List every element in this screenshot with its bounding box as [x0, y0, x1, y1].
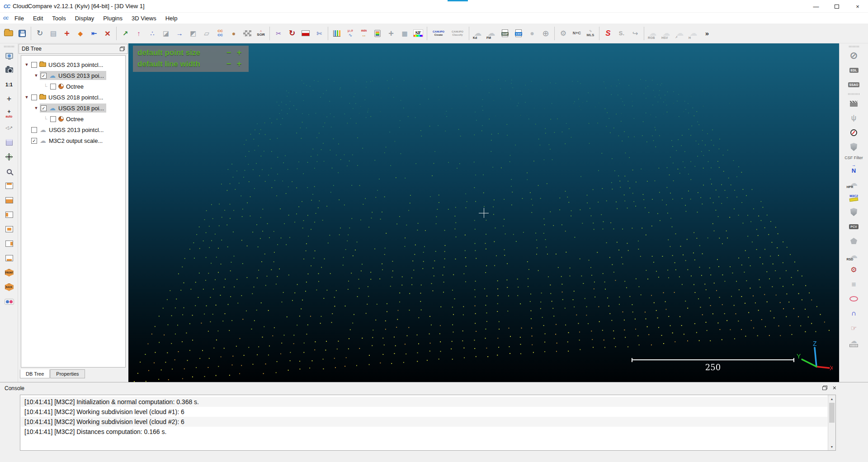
clipping-box-button[interactable]	[299, 26, 312, 41]
visibility-checkbox[interactable]	[50, 84, 56, 90]
properties-list-button[interactable]: ▤	[47, 26, 60, 41]
bubble-view-button[interactable]	[0, 136, 18, 149]
edl-shader-button[interactable]: EDL	[845, 63, 863, 77]
csv-file-button[interactable]: CSV	[512, 26, 525, 41]
save-button[interactable]	[15, 26, 29, 41]
menu-edit[interactable]: Edit	[28, 14, 47, 23]
sf-colorscale-button[interactable]: SF	[411, 26, 425, 41]
gauss-filter-button[interactable]: μ,σ∿	[344, 26, 357, 41]
maximize-button[interactable]	[826, 0, 847, 13]
normals-plugin-button[interactable]: →N	[845, 162, 863, 175]
shp-file-button[interactable]: SHP	[498, 26, 512, 41]
toolbar-overflow-button[interactable]: »	[700, 26, 714, 41]
canupo-shield-button[interactable]	[845, 205, 863, 219]
pcv-plugin-button[interactable]: PCV	[845, 220, 863, 233]
fm-mesh-button[interactable]: ☁FM	[485, 26, 498, 41]
view-back-button[interactable]	[0, 222, 18, 236]
decrease-button[interactable]: −	[223, 59, 234, 69]
pcl-plugin-button[interactable]: ⚙	[845, 263, 863, 277]
hsv-mesh-button[interactable]: ☁HSV	[660, 26, 673, 41]
checkerboard-button[interactable]	[241, 26, 254, 41]
close-console-icon[interactable]: ×	[833, 385, 836, 391]
hpr-plugin-button[interactable]: ☁HPR	[845, 176, 863, 190]
csf-filter-button[interactable]	[845, 140, 863, 154]
clay-sample-button[interactable]: ●	[227, 26, 241, 41]
3d-viewport[interactable]: default point size−+default line width−+…	[128, 43, 839, 382]
increase-button[interactable]: +	[234, 59, 244, 69]
unroll-button[interactable]: ↪	[628, 26, 642, 41]
stereo-mode-button[interactable]	[0, 295, 18, 308]
tree-item[interactable]: ▼USGS 2013 pointcl...	[21, 59, 125, 70]
tree-item[interactable]: ▼USGS 2018 pointcl...	[21, 92, 125, 103]
add-sf-button[interactable]: +	[384, 26, 398, 41]
visibility-checkbox[interactable]	[31, 94, 37, 100]
minimize-button[interactable]: —	[806, 0, 826, 13]
menu-tools[interactable]: Tools	[47, 14, 70, 23]
c2c-distance-button[interactable]: →	[173, 26, 186, 41]
menu-display[interactable]: Display	[71, 14, 99, 23]
m3c2-plugin-button[interactable]: M3C2	[845, 191, 863, 204]
sf-arithmetic-button[interactable]: ▦	[398, 26, 411, 41]
view-front-button[interactable]	[0, 193, 18, 207]
tree-item[interactable]: ☁USGS 2013 pointcl...	[21, 124, 125, 135]
expander-icon[interactable]: ▼	[33, 106, 40, 110]
cc-statistics-button[interactable]: CCCC	[213, 26, 227, 41]
zoom-mode-button[interactable]	[0, 165, 18, 178]
hand-picking-button[interactable]: ☞	[845, 321, 863, 335]
scroll-thumb[interactable]	[829, 403, 835, 423]
ransac-plugin-button[interactable]	[845, 292, 863, 306]
merge-clouds-button[interactable]: +	[60, 26, 74, 41]
close-button[interactable]: ×	[847, 0, 868, 13]
cross-section-button[interactable]: ✄	[312, 26, 326, 41]
mesh-export-button[interactable]: ☁↗	[673, 26, 687, 41]
register-colors-button[interactable]: ◆	[74, 26, 87, 41]
pick-rotation-center-button[interactable]: +	[0, 92, 18, 106]
no-shader-button[interactable]: ⊘	[845, 49, 863, 62]
delete-sf-button[interactable]	[371, 26, 384, 41]
view-top-button[interactable]	[0, 179, 18, 193]
fine-registration-button[interactable]: ↑	[132, 26, 146, 41]
zoom-1-1-button[interactable]: 1:1	[0, 78, 18, 91]
c2m-distance-button[interactable]: ◩	[186, 26, 200, 41]
tree-item[interactable]: ▼✓☁USGS 2013 poi...	[21, 70, 125, 81]
decrease-button[interactable]: −	[223, 48, 234, 57]
tree-item[interactable]: └Octree	[21, 113, 125, 124]
view-right-button[interactable]	[0, 237, 18, 250]
screenshot-button[interactable]	[0, 63, 18, 77]
visibility-checkbox[interactable]: ✓	[41, 73, 47, 79]
console-scrollbar[interactable]: ▲ ▼	[828, 395, 835, 450]
poisson-plugin-button[interactable]	[845, 234, 863, 248]
menu-file[interactable]: File	[10, 14, 28, 23]
visibility-checkbox[interactable]: ✓	[31, 138, 37, 144]
expander-icon[interactable]: ▼	[33, 73, 40, 78]
histogram-button[interactable]	[330, 26, 344, 41]
n-plus-c-button[interactable]: N+C	[570, 26, 584, 41]
open-file-button[interactable]	[2, 26, 15, 41]
rsd-plugin-button[interactable]: ☁RSD	[845, 249, 863, 262]
tree-item[interactable]: ✓☁M3C2 output scale...	[21, 135, 125, 146]
sf-gradient-button[interactable]: min↔	[357, 26, 371, 41]
tree-item[interactable]: └Octree	[21, 81, 125, 92]
mls-button[interactable]: ∿MLS	[584, 26, 597, 41]
sphere-button[interactable]: ●	[525, 26, 539, 41]
subsample-button[interactable]: ◪	[159, 26, 173, 41]
view-bottom-button[interactable]	[0, 251, 18, 265]
display-settings-button[interactable]	[0, 49, 18, 62]
float-panel-icon[interactable]	[120, 47, 125, 51]
align-clouds-button[interactable]: ↗	[118, 26, 132, 41]
s-dots-button[interactable]: S.	[615, 26, 628, 41]
delete-button[interactable]: ×	[101, 26, 114, 41]
h-mesh-button[interactable]: ☁H	[687, 26, 700, 41]
pivot-rotation-button[interactable]: ↻	[33, 26, 47, 41]
iso-front-view-button[interactable]: FRONT	[0, 266, 18, 279]
clean-plugin-button[interactable]: ψ	[845, 111, 863, 125]
menu-3d-views[interactable]: 3D Views	[127, 14, 161, 23]
vr-plugin-button[interactable]: ∩	[845, 306, 863, 320]
visibility-checkbox[interactable]	[31, 62, 37, 68]
canupo-create-button[interactable]: CANUPOCreate	[429, 26, 448, 41]
segment-button[interactable]: ✂	[272, 26, 285, 41]
visibility-checkbox[interactable]: ✓	[41, 105, 47, 111]
menu-plugins[interactable]: Plugins	[99, 14, 127, 23]
tab-properties[interactable]: Properties	[50, 369, 85, 378]
view-left-button[interactable]	[0, 208, 18, 222]
